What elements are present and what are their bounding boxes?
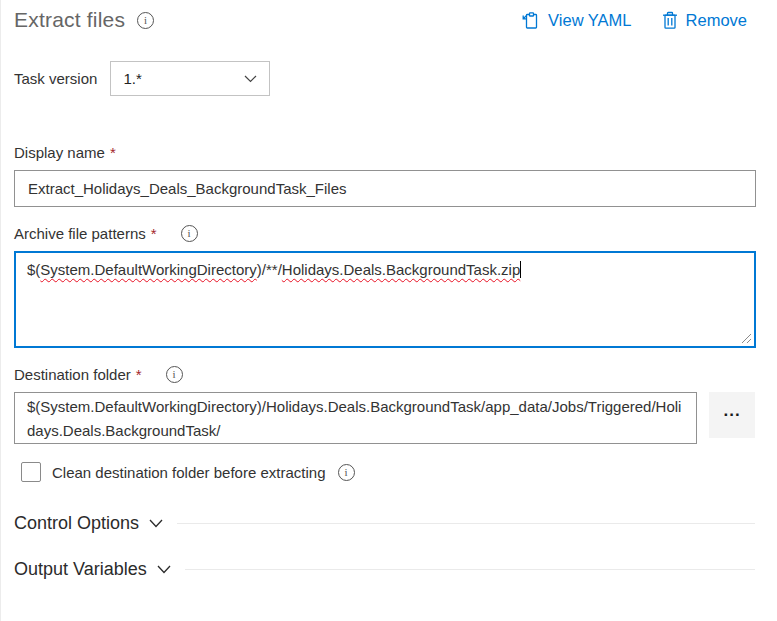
chevron-down-icon <box>149 519 163 528</box>
pattern-text: $( <box>27 261 40 278</box>
chevron-down-icon <box>244 75 257 83</box>
task-config-panel: Extract files i View YAML Remove <box>0 0 777 621</box>
required-marker: * <box>110 144 116 161</box>
pattern-text: System.DefaultWorkingDirectory <box>40 261 256 278</box>
clean-destination-checkbox[interactable] <box>21 462 41 482</box>
chevron-down-icon <box>157 565 171 574</box>
remove-label: Remove <box>686 11 747 30</box>
task-header: Extract files i View YAML Remove <box>14 8 755 32</box>
destination-folder-input[interactable]: $(System.DefaultWorkingDirectory)/Holida… <box>14 392 697 444</box>
display-name-input[interactable] <box>14 170 756 207</box>
archive-patterns-field: Archive file patterns * i $(System.Defau… <box>14 225 755 348</box>
info-icon[interactable]: i <box>338 464 355 481</box>
section-title: Control Options <box>14 513 139 534</box>
required-marker: * <box>136 366 142 383</box>
archive-patterns-input[interactable]: $(System.DefaultWorkingDirectory)/**/Hol… <box>14 251 756 348</box>
clean-destination-row: Clean destination folder before extracti… <box>14 462 755 482</box>
section-control-options[interactable]: Control Options <box>14 513 755 534</box>
destination-folder-field: Destination folder * i $(System.DefaultW… <box>14 366 755 444</box>
section-title: Output Variables <box>14 559 147 580</box>
task-version-select[interactable]: 1.* <box>110 61 270 96</box>
view-yaml-button[interactable]: View YAML <box>522 11 631 30</box>
resize-handle-icon[interactable] <box>741 333 752 344</box>
clipboard-icon <box>522 11 540 30</box>
remove-button[interactable]: Remove <box>662 11 747 30</box>
info-icon[interactable]: i <box>166 366 183 383</box>
info-icon[interactable]: i <box>181 225 198 242</box>
text-cursor <box>520 261 521 278</box>
display-name-field: Display name * <box>14 144 755 207</box>
browse-ellipsis-button[interactable]: ... <box>709 392 755 438</box>
view-yaml-label: View YAML <box>548 11 631 30</box>
pattern-text: )/**/ <box>257 261 282 278</box>
destination-folder-label: Destination folder <box>14 366 131 383</box>
section-output-variables[interactable]: Output Variables <box>14 559 755 580</box>
trash-icon <box>662 11 678 30</box>
info-icon[interactable]: i <box>137 12 154 29</box>
task-version-value: 1.* <box>123 70 141 87</box>
divider <box>185 569 755 570</box>
task-version-row: Task version 1.* <box>14 61 755 96</box>
pattern-text: Holidays.Deals.BackgroundTask.zip <box>282 261 520 278</box>
page-title: Extract files <box>14 8 125 32</box>
display-name-label: Display name <box>14 144 105 161</box>
task-version-label: Task version <box>14 70 97 87</box>
required-marker: * <box>151 225 157 242</box>
clean-destination-label: Clean destination folder before extracti… <box>52 464 326 481</box>
archive-patterns-label: Archive file patterns <box>14 225 146 242</box>
divider <box>177 523 755 524</box>
